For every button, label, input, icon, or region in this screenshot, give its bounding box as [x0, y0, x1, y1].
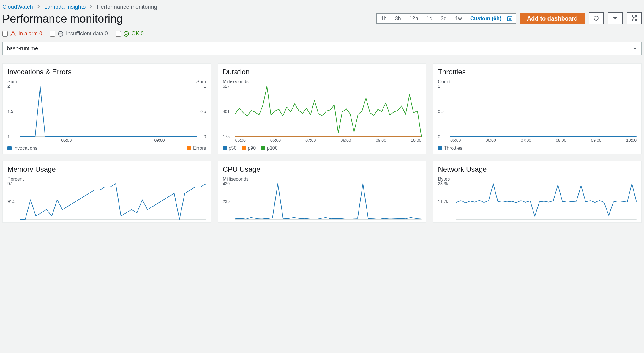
swatch-icon: [438, 146, 442, 150]
svg-point-9: [510, 19, 511, 20]
chart-canvas: [20, 86, 197, 137]
refresh-button[interactable]: [589, 12, 604, 24]
swatch-icon: [187, 146, 191, 150]
filter-insufficient[interactable]: Insufficient data 0: [50, 31, 108, 37]
time-range-12h[interactable]: 12h: [405, 14, 422, 23]
chart-cpu-usage[interactable]: CPU Usage Milliseconds 420 235: [218, 161, 427, 223]
caret-down-icon: [633, 45, 637, 52]
alarm-filter-bar: In alarm 0 Insufficient data 0 OK 0: [2, 31, 642, 37]
filter-ok-checkbox[interactable]: [116, 31, 121, 37]
svg-point-16: [124, 31, 129, 36]
breadcrumb: CloudWatch Lambda Insights Performance m…: [2, 2, 642, 12]
page-title: Performance monitoring: [2, 12, 123, 25]
chevron-right-icon: [90, 4, 93, 10]
filter-in-alarm-checkbox[interactable]: [2, 31, 8, 37]
filter-insufficient-label: Insufficient data 0: [66, 31, 108, 37]
svg-point-8: [509, 19, 510, 20]
swatch-icon: [261, 146, 265, 150]
swatch-icon: [223, 146, 227, 150]
svg-point-14: [60, 33, 61, 34]
time-range-custom[interactable]: Custom (6h): [466, 14, 504, 23]
filter-ok-label: OK 0: [132, 31, 144, 37]
svg-point-5: [509, 18, 510, 19]
chart-canvas: [20, 184, 206, 219]
svg-point-13: [59, 33, 60, 34]
filter-ok[interactable]: OK 0: [116, 31, 144, 37]
filter-insufficient-checkbox[interactable]: [50, 31, 55, 37]
chart-network-usage[interactable]: Network Usage Bytes 23.3k 11.7k: [433, 161, 642, 223]
svg-point-7: [509, 19, 509, 20]
breadcrumb-mid[interactable]: Lambda Insights: [44, 4, 86, 10]
fullscreen-button[interactable]: [627, 12, 642, 24]
chart-title: CPU Usage: [223, 165, 422, 174]
time-range-1h[interactable]: 1h: [377, 14, 391, 23]
insufficient-data-icon: [58, 31, 64, 37]
ok-check-icon: [123, 31, 129, 37]
swatch-icon: [7, 146, 12, 150]
time-range-1w[interactable]: 1w: [451, 14, 466, 23]
chart-canvas: [456, 184, 637, 219]
swatch-icon: [242, 146, 246, 150]
function-select[interactable]: bash-runtime: [2, 42, 642, 55]
chart-canvas: [235, 86, 422, 137]
time-range-3d[interactable]: 3d: [437, 14, 451, 23]
chart-title: Memory Usage: [7, 165, 206, 174]
chart-title: Network Usage: [438, 165, 637, 174]
expand-icon: [631, 15, 637, 22]
alarm-triangle-icon: [10, 31, 16, 37]
caret-down-icon: [613, 16, 617, 21]
refresh-icon: [593, 15, 599, 22]
calendar-icon[interactable]: [504, 14, 516, 23]
time-range-picker: 1h 3h 12h 1d 3d 1w Custom (6h): [376, 13, 516, 24]
chevron-right-icon: [37, 4, 40, 10]
chart-canvas: [450, 86, 637, 137]
filter-in-alarm-label: In alarm 0: [18, 31, 42, 37]
svg-point-15: [61, 33, 62, 34]
add-to-dashboard-button[interactable]: Add to dashboard: [520, 13, 585, 24]
chart-title: Throttles: [438, 68, 637, 76]
chart-title: Invocations & Errors: [7, 68, 206, 76]
breadcrumb-root[interactable]: CloudWatch: [2, 4, 33, 10]
chart-duration[interactable]: Duration Milliseconds 627 401 175 05:00 …: [218, 63, 427, 154]
time-range-3h[interactable]: 3h: [391, 14, 405, 23]
chart-canvas: [235, 184, 422, 219]
filter-in-alarm[interactable]: In alarm 0: [2, 31, 42, 37]
chart-memory-usage[interactable]: Memory Usage Percent 97 91.5: [2, 161, 211, 223]
function-select-value: bash-runtime: [7, 45, 38, 52]
refresh-options-button[interactable]: [608, 12, 623, 24]
svg-point-6: [510, 18, 511, 19]
chart-title: Duration: [223, 68, 422, 76]
breadcrumb-current: Performance monitoring: [97, 4, 157, 10]
time-range-1d[interactable]: 1d: [422, 14, 437, 23]
chart-throttles[interactable]: Throttles Count 1 0.5 0 05:00 06:00 07:0…: [433, 63, 642, 154]
svg-point-4: [509, 18, 509, 19]
svg-point-11: [13, 35, 13, 35]
chart-invocations-errors[interactable]: Invocations & Errors Sum Sum 2 1.5 1 1 0…: [2, 63, 211, 154]
